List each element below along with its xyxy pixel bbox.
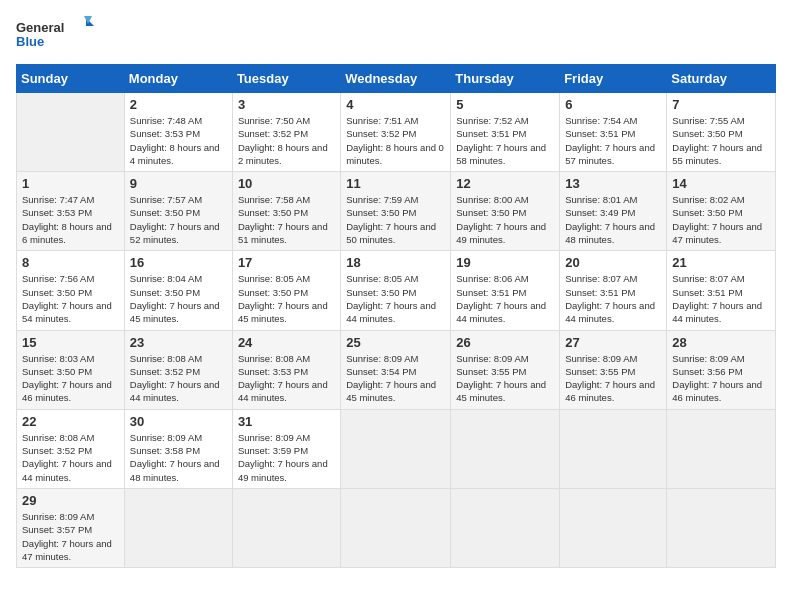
day-info: Sunrise: 8:08 AMSunset: 3:52 PMDaylight:… — [130, 353, 220, 404]
calendar-cell: 3 Sunrise: 7:50 AMSunset: 3:52 PMDayligh… — [232, 93, 340, 172]
calendar-cell: 24 Sunrise: 8:08 AMSunset: 3:53 PMDaylig… — [232, 330, 340, 409]
day-number: 17 — [238, 255, 335, 270]
day-info: Sunrise: 7:58 AMSunset: 3:50 PMDaylight:… — [238, 194, 328, 245]
calendar-cell: 23 Sunrise: 8:08 AMSunset: 3:52 PMDaylig… — [124, 330, 232, 409]
day-number: 2 — [130, 97, 227, 112]
svg-marker-3 — [84, 16, 92, 24]
day-number: 20 — [565, 255, 661, 270]
calendar-cell: 19 Sunrise: 8:06 AMSunset: 3:51 PMDaylig… — [451, 251, 560, 330]
calendar-week-row: 22 Sunrise: 8:08 AMSunset: 3:52 PMDaylig… — [17, 409, 776, 488]
calendar-cell: 7 Sunrise: 7:55 AMSunset: 3:50 PMDayligh… — [667, 93, 776, 172]
day-info: Sunrise: 8:08 AMSunset: 3:52 PMDaylight:… — [22, 432, 112, 483]
calendar-cell: 17 Sunrise: 8:05 AMSunset: 3:50 PMDaylig… — [232, 251, 340, 330]
day-info: Sunrise: 8:05 AMSunset: 3:50 PMDaylight:… — [238, 273, 328, 324]
col-tuesday: Tuesday — [232, 65, 340, 93]
day-number: 14 — [672, 176, 770, 191]
calendar-cell: 13 Sunrise: 8:01 AMSunset: 3:49 PMDaylig… — [560, 172, 667, 251]
calendar-cell — [124, 488, 232, 567]
day-number: 10 — [238, 176, 335, 191]
svg-text:Blue: Blue — [16, 34, 44, 49]
calendar-cell — [17, 93, 125, 172]
day-info: Sunrise: 8:09 AMSunset: 3:55 PMDaylight:… — [456, 353, 546, 404]
calendar-week-row: 2 Sunrise: 7:48 AMSunset: 3:53 PMDayligh… — [17, 93, 776, 172]
day-number: 26 — [456, 335, 554, 350]
calendar-cell: 16 Sunrise: 8:04 AMSunset: 3:50 PMDaylig… — [124, 251, 232, 330]
calendar-cell: 31 Sunrise: 8:09 AMSunset: 3:59 PMDaylig… — [232, 409, 340, 488]
day-number: 31 — [238, 414, 335, 429]
day-number: 22 — [22, 414, 119, 429]
day-number: 23 — [130, 335, 227, 350]
day-info: Sunrise: 8:05 AMSunset: 3:50 PMDaylight:… — [346, 273, 436, 324]
day-info: Sunrise: 8:04 AMSunset: 3:50 PMDaylight:… — [130, 273, 220, 324]
day-info: Sunrise: 8:06 AMSunset: 3:51 PMDaylight:… — [456, 273, 546, 324]
col-saturday: Saturday — [667, 65, 776, 93]
calendar-cell: 26 Sunrise: 8:09 AMSunset: 3:55 PMDaylig… — [451, 330, 560, 409]
calendar-cell: 22 Sunrise: 8:08 AMSunset: 3:52 PMDaylig… — [17, 409, 125, 488]
calendar-cell — [232, 488, 340, 567]
day-number: 25 — [346, 335, 445, 350]
day-info: Sunrise: 8:09 AMSunset: 3:55 PMDaylight:… — [565, 353, 655, 404]
day-number: 30 — [130, 414, 227, 429]
day-info: Sunrise: 8:01 AMSunset: 3:49 PMDaylight:… — [565, 194, 655, 245]
day-number: 1 — [22, 176, 119, 191]
calendar-cell: 4 Sunrise: 7:51 AMSunset: 3:52 PMDayligh… — [341, 93, 451, 172]
day-number: 21 — [672, 255, 770, 270]
calendar-cell: 2 Sunrise: 7:48 AMSunset: 3:53 PMDayligh… — [124, 93, 232, 172]
day-info: Sunrise: 8:09 AMSunset: 3:58 PMDaylight:… — [130, 432, 220, 483]
day-info: Sunrise: 7:59 AMSunset: 3:50 PMDaylight:… — [346, 194, 436, 245]
calendar-table: Sunday Monday Tuesday Wednesday Thursday… — [16, 64, 776, 568]
day-info: Sunrise: 7:56 AMSunset: 3:50 PMDaylight:… — [22, 273, 112, 324]
calendar-cell: 11 Sunrise: 7:59 AMSunset: 3:50 PMDaylig… — [341, 172, 451, 251]
day-number: 18 — [346, 255, 445, 270]
calendar-cell: 30 Sunrise: 8:09 AMSunset: 3:58 PMDaylig… — [124, 409, 232, 488]
calendar-cell: 14 Sunrise: 8:02 AMSunset: 3:50 PMDaylig… — [667, 172, 776, 251]
calendar-cell — [341, 488, 451, 567]
day-number: 29 — [22, 493, 119, 508]
calendar-cell — [560, 409, 667, 488]
page-container: General Blue Sunday Monday Tuesday Wedne… — [16, 16, 776, 568]
calendar-cell: 21 Sunrise: 8:07 AMSunset: 3:51 PMDaylig… — [667, 251, 776, 330]
calendar-cell: 20 Sunrise: 8:07 AMSunset: 3:51 PMDaylig… — [560, 251, 667, 330]
day-number: 11 — [346, 176, 445, 191]
day-info: Sunrise: 8:07 AMSunset: 3:51 PMDaylight:… — [565, 273, 655, 324]
calendar-cell: 15 Sunrise: 8:03 AMSunset: 3:50 PMDaylig… — [17, 330, 125, 409]
day-info: Sunrise: 7:55 AMSunset: 3:50 PMDaylight:… — [672, 115, 762, 166]
day-info: Sunrise: 8:07 AMSunset: 3:51 PMDaylight:… — [672, 273, 762, 324]
calendar-cell — [667, 488, 776, 567]
day-info: Sunrise: 8:09 AMSunset: 3:56 PMDaylight:… — [672, 353, 762, 404]
day-info: Sunrise: 7:54 AMSunset: 3:51 PMDaylight:… — [565, 115, 655, 166]
calendar-week-row: 29 Sunrise: 8:09 AMSunset: 3:57 PMDaylig… — [17, 488, 776, 567]
calendar-week-row: 8 Sunrise: 7:56 AMSunset: 3:50 PMDayligh… — [17, 251, 776, 330]
calendar-cell: 9 Sunrise: 7:57 AMSunset: 3:50 PMDayligh… — [124, 172, 232, 251]
calendar-week-row: 15 Sunrise: 8:03 AMSunset: 3:50 PMDaylig… — [17, 330, 776, 409]
day-number: 9 — [130, 176, 227, 191]
col-friday: Friday — [560, 65, 667, 93]
day-number: 6 — [565, 97, 661, 112]
day-number: 27 — [565, 335, 661, 350]
calendar-cell: 6 Sunrise: 7:54 AMSunset: 3:51 PMDayligh… — [560, 93, 667, 172]
day-number: 4 — [346, 97, 445, 112]
day-info: Sunrise: 8:09 AMSunset: 3:59 PMDaylight:… — [238, 432, 328, 483]
header-row: Sunday Monday Tuesday Wednesday Thursday… — [17, 65, 776, 93]
logo-svg: General Blue — [16, 16, 96, 56]
calendar-cell — [560, 488, 667, 567]
day-info: Sunrise: 8:08 AMSunset: 3:53 PMDaylight:… — [238, 353, 328, 404]
day-info: Sunrise: 8:00 AMSunset: 3:50 PMDaylight:… — [456, 194, 546, 245]
header: General Blue — [16, 16, 776, 56]
calendar-cell: 1 Sunrise: 7:47 AMSunset: 3:53 PMDayligh… — [17, 172, 125, 251]
day-info: Sunrise: 8:09 AMSunset: 3:54 PMDaylight:… — [346, 353, 436, 404]
calendar-cell: 10 Sunrise: 7:58 AMSunset: 3:50 PMDaylig… — [232, 172, 340, 251]
calendar-cell: 5 Sunrise: 7:52 AMSunset: 3:51 PMDayligh… — [451, 93, 560, 172]
calendar-cell — [667, 409, 776, 488]
calendar-cell: 12 Sunrise: 8:00 AMSunset: 3:50 PMDaylig… — [451, 172, 560, 251]
col-monday: Monday — [124, 65, 232, 93]
day-number: 24 — [238, 335, 335, 350]
calendar-cell — [341, 409, 451, 488]
day-number: 3 — [238, 97, 335, 112]
calendar-week-row: 1 Sunrise: 7:47 AMSunset: 3:53 PMDayligh… — [17, 172, 776, 251]
calendar-cell: 29 Sunrise: 8:09 AMSunset: 3:57 PMDaylig… — [17, 488, 125, 567]
day-info: Sunrise: 8:03 AMSunset: 3:50 PMDaylight:… — [22, 353, 112, 404]
day-info: Sunrise: 7:57 AMSunset: 3:50 PMDaylight:… — [130, 194, 220, 245]
day-info: Sunrise: 7:48 AMSunset: 3:53 PMDaylight:… — [130, 115, 220, 166]
calendar-cell: 28 Sunrise: 8:09 AMSunset: 3:56 PMDaylig… — [667, 330, 776, 409]
